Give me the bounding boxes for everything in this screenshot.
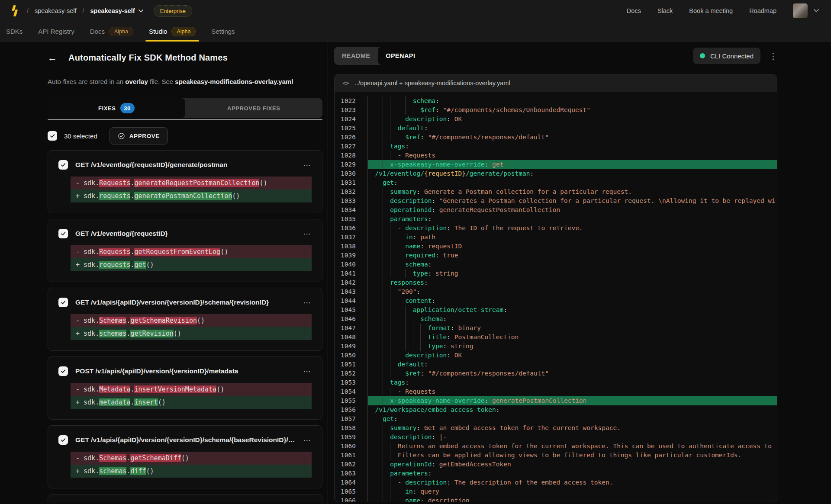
- line-number: 1050: [341, 351, 367, 360]
- indent-guide: [367, 151, 375, 160]
- indent-guide: [383, 424, 390, 433]
- top-link-roadmap[interactable]: Roadmap: [749, 7, 776, 14]
- code-editor[interactable]: 1022schema:1023$ref: "#/components/schem…: [335, 92, 777, 502]
- indent-guide: [390, 324, 397, 333]
- fix-diff: - sdk.Requests.getRequestFromEventLog()+…: [71, 245, 312, 271]
- check-icon: [60, 231, 66, 237]
- indent-guide: [375, 115, 382, 124]
- indent-guide: [383, 496, 390, 502]
- top-link-book-a-meeting[interactable]: Book a meeting: [689, 7, 733, 14]
- check-icon: [60, 437, 66, 443]
- code-line: 1026$ref: "#/components/responses/defaul…: [341, 133, 777, 142]
- fixes-count-badge: 30: [120, 103, 135, 113]
- fix-menu-button[interactable]: ⋯: [303, 230, 312, 238]
- fixes-description: Auto-fixes are stored in an overlay file…: [48, 77, 322, 86]
- code-line: 1043"200":: [341, 287, 777, 296]
- indent-guide: [375, 378, 382, 387]
- indent-guide: [390, 96, 397, 106]
- tab-readme[interactable]: README: [334, 47, 378, 65]
- code-line: 1039required: true: [341, 251, 777, 260]
- indent-guide: [383, 106, 390, 115]
- indent-guide: [390, 387, 397, 396]
- breadcrumb-org[interactable]: speakeasy-self: [35, 7, 77, 14]
- nav-tab-label: API Registry: [38, 28, 74, 35]
- breadcrumb: / speakeasy-self / speakeasy-self Enterp…: [9, 4, 192, 18]
- nav-tab-settings[interactable]: Settings: [211, 22, 235, 41]
- readme-openapi-tab-strip: README OPENAPI: [334, 47, 423, 65]
- line-number: 1062: [341, 460, 367, 469]
- fix-menu-button[interactable]: ⋯: [303, 436, 312, 444]
- indent-guide: [367, 287, 375, 296]
- indent-guide: [375, 215, 382, 224]
- line-number: 1040: [341, 260, 367, 269]
- indent-guide: [375, 424, 382, 433]
- indent-guide: [383, 369, 390, 378]
- description-segment: file. See: [148, 78, 175, 85]
- code-line-content: summary: Get an embed access token for t…: [367, 424, 777, 433]
- indent-guide: [375, 260, 382, 269]
- indent-guide: [405, 269, 412, 278]
- indent-guide: [367, 333, 375, 342]
- line-number: 1030: [341, 169, 367, 178]
- indent-guide: [375, 496, 382, 502]
- nav-tab-sdks[interactable]: SDKs: [6, 22, 23, 41]
- code-line: 1024description: OK: [341, 115, 777, 124]
- panel-menu-button[interactable]: ⋮: [769, 52, 777, 60]
- top-link-docs[interactable]: Docs: [627, 7, 641, 14]
- fix-menu-button[interactable]: ⋯: [303, 299, 312, 307]
- line-number: 1022: [341, 96, 367, 106]
- indent-guide: [390, 487, 397, 496]
- tab-fixes[interactable]: FIXES 30: [48, 98, 185, 118]
- approve-button[interactable]: APPROVE: [110, 127, 168, 144]
- indent-guide: [367, 196, 375, 205]
- code-line-content: name: description: [367, 496, 777, 502]
- fix-menu-button[interactable]: ⋯: [303, 161, 312, 169]
- code-line-content: /v1/workspace/embed-access-token:: [367, 405, 777, 414]
- fix-checkbox[interactable]: [58, 298, 68, 307]
- select-all-checkbox[interactable]: [48, 131, 57, 141]
- tab-openapi[interactable]: OPENAPI: [378, 47, 423, 65]
- indent-guide: [405, 315, 412, 324]
- fix-card: POST /v1/apis/{apiID}/version/{versionID…: [48, 356, 322, 420]
- topbar-links: DocsSlackBook a meetingRoadmap: [627, 3, 819, 18]
- indent-guide: [383, 160, 390, 169]
- code-line-content: operationId: generateRequestPostmanColle…: [367, 205, 777, 215]
- indent-guide: [405, 333, 412, 342]
- fix-checkbox[interactable]: [58, 229, 68, 238]
- tab-approved-fixes[interactable]: APPROVED FIXES: [185, 98, 323, 118]
- indent-guide: [375, 451, 382, 460]
- code-panel: <> ../openapi.yaml + speakeasy-modificat…: [334, 74, 777, 502]
- nav-tab-docs[interactable]: DocsAlpha: [90, 22, 133, 41]
- code-line-content: description: "Generates a Postman collec…: [367, 196, 777, 205]
- indent-guide: [398, 96, 405, 106]
- account-chevron-down-icon[interactable]: [814, 9, 819, 13]
- fix-checkbox[interactable]: [58, 435, 68, 445]
- fix-checkbox[interactable]: [58, 160, 68, 170]
- indent-guide: [367, 215, 375, 224]
- nav-tab-studio[interactable]: StudioAlpha: [149, 22, 196, 41]
- fix-checkbox[interactable]: [58, 366, 68, 376]
- indent-guide: [398, 496, 405, 502]
- avatar[interactable]: [793, 3, 808, 18]
- back-button[interactable]: ←: [48, 53, 57, 63]
- code-file-name: ../openapi.yaml + speakeasy-modification…: [355, 80, 510, 87]
- top-link-slack[interactable]: Slack: [657, 7, 673, 14]
- workspace-switcher[interactable]: speakeasy-self: [90, 7, 143, 14]
- indent-guide: [390, 305, 397, 315]
- code-line-content: summary: Generate a Postman collection f…: [367, 187, 777, 196]
- indent-guide: [398, 487, 405, 496]
- nav-tab-api-registry[interactable]: API Registry: [38, 22, 74, 41]
- description-segment: overlay: [125, 78, 148, 85]
- code-line-content: in: query: [367, 487, 777, 496]
- indent-guide: [375, 360, 382, 369]
- code-line-content: schema:: [367, 260, 777, 269]
- line-number: 1041: [341, 269, 367, 278]
- indent-guide: [375, 324, 382, 333]
- fix-card-header: POST /v1/apis/{apiID}/version/{versionID…: [58, 366, 312, 376]
- fix-menu-button[interactable]: ⋯: [303, 367, 312, 376]
- code-line: 1059description: |-: [341, 433, 777, 442]
- chevron-down-icon: [138, 10, 143, 13]
- line-number: 1032: [341, 187, 367, 196]
- indent-guide: [367, 178, 375, 187]
- speakeasy-logo-icon[interactable]: [9, 4, 21, 18]
